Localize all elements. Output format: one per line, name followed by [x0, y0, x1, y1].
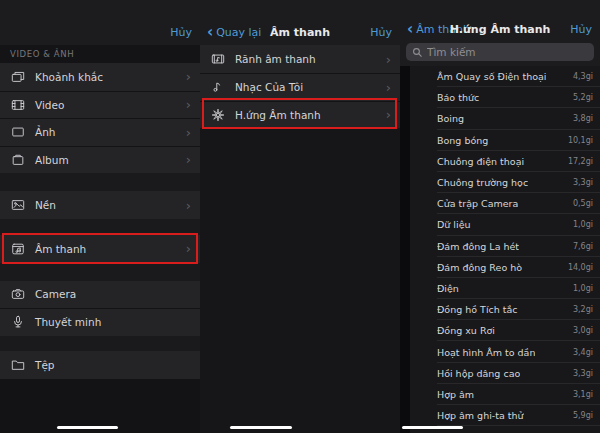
video-icon	[10, 97, 25, 112]
right-topbar: ‹ Âm thanh H.ứng Âm thanh Hủy	[400, 0, 600, 42]
sidebar-item-anh[interactable]: Ảnh ›	[0, 118, 200, 146]
chevron-right-icon: ›	[186, 126, 200, 139]
sound-row[interactable]: Báo thức5,2gi	[410, 87, 600, 108]
sound-duration: 5,9gi	[567, 411, 593, 420]
sound-row[interactable]: Dữ liệu1,0gi	[410, 214, 600, 235]
page-title: Âm thanh	[240, 26, 360, 39]
sound-name: Hợp âm ghi-ta thử	[437, 410, 524, 421]
panel-filler	[0, 379, 200, 433]
sound-row[interactable]: Đám đông Reo hò14,0gi	[410, 257, 600, 278]
sound-duration: 10,1gi	[562, 136, 593, 145]
menu-item-nhac-cua-toi[interactable]: Nhạc Của Tôi ›	[200, 73, 400, 101]
sound-row[interactable]: Đồng xu Rơi3,0gi	[410, 320, 600, 341]
sound-name: Âm Quay số Điện thoại	[437, 71, 546, 82]
search-area	[400, 42, 600, 66]
back-chevron-icon: ‹	[407, 24, 413, 35]
sound-name: Boing	[437, 113, 464, 124]
sound-duration: 7,6gi	[567, 242, 593, 251]
sidebar-item-nen[interactable]: Nền ›	[0, 191, 200, 219]
sidebar-item-tep[interactable]: Tệp	[0, 351, 200, 379]
item-label: Rãnh âm thanh	[235, 53, 316, 65]
sound-name: Đồng hồ Tích tắc	[437, 304, 518, 315]
sound-row[interactable]: Chuông trường học3,3gi	[410, 172, 600, 193]
chevron-right-icon: ›	[186, 98, 200, 111]
item-label: Tệp	[35, 359, 55, 371]
background-icon	[10, 198, 25, 213]
chevron-right-icon: ›	[186, 242, 200, 255]
sound-name: Dữ liệu	[437, 219, 471, 230]
chevron-right-icon: ›	[186, 70, 200, 83]
sound-duration: 3,1gi	[567, 390, 593, 399]
panel-filler	[200, 128, 400, 433]
sound-row[interactable]: Chuông điện thoại17,2gi	[410, 151, 600, 172]
album-icon	[10, 152, 25, 167]
sound-duration: 1,0gi	[567, 284, 593, 293]
chevron-right-icon: ›	[186, 199, 200, 212]
sound-name: Cửa trập Camera	[437, 198, 518, 209]
sidebar-item-thuyet-minh[interactable]: Thuyết minh	[0, 308, 200, 336]
sidebar-item-khoanh-khac[interactable]: Khoảnh khắc ›	[0, 63, 200, 91]
sound-name: Điện	[437, 283, 459, 294]
item-label: H.ứng Âm thanh	[235, 109, 321, 121]
sound-duration: 3,4gi	[567, 348, 593, 357]
sidebar-item-album[interactable]: Album ›	[0, 146, 200, 174]
cancel-button[interactable]: Hủy	[370, 26, 392, 39]
home-indicator[interactable]	[402, 426, 463, 429]
sound-row[interactable]: Boing3,8gi	[410, 108, 600, 129]
sound-row[interactable]: Hợp âm3,1gi	[410, 384, 600, 405]
sound-duration: 1,0gi	[567, 220, 593, 229]
audio-icon	[10, 241, 25, 256]
item-label: Khoảnh khắc	[35, 71, 103, 83]
middle-topbar: ‹ Quay lại Âm thanh Hủy	[200, 0, 400, 45]
sound-row[interactable]: Âm Quay số Điện thoại4,3gi	[410, 66, 600, 87]
home-indicator[interactable]	[57, 426, 118, 429]
sound-duration: 14,0gi	[562, 263, 593, 272]
cancel-button[interactable]: Hủy	[570, 23, 592, 36]
group-gap	[0, 173, 200, 191]
sound-row[interactable]: Đồng hồ Tích tắc3,2gi	[410, 299, 600, 320]
left-topbar: Hủy	[0, 0, 200, 45]
sidebar-item-video[interactable]: Video ›	[0, 91, 200, 119]
section-header: VIDEO & ẢNH	[0, 45, 200, 63]
menu-item-ranh-am-thanh[interactable]: Rãnh âm thanh ›	[200, 45, 400, 73]
home-indicator[interactable]	[230, 426, 292, 429]
sound-row[interactable]: Hoạt hình Âm to dần3,4gi	[410, 341, 600, 362]
sound-duration: 5,2gi	[567, 93, 593, 102]
sound-duration: 3,0gi	[567, 326, 593, 335]
item-label: Ảnh	[35, 126, 56, 138]
sound-duration: 3,3gi	[567, 369, 593, 378]
group-gap	[0, 263, 200, 281]
item-label: Camera	[35, 288, 76, 300]
sound-duration: 3,8gi	[567, 114, 593, 123]
page-title: H.ứng Âm thanh	[440, 23, 560, 36]
sound-effects-list: Âm Quay số Điện thoại4,3gi Báo thức5,2gi…	[400, 66, 600, 433]
menu-item-hung-am-thanh[interactable]: H.ứng Âm thanh ›	[200, 101, 400, 129]
item-label: Nền	[35, 199, 56, 211]
sound-row[interactable]: Hồi hộp dâng cao3,3gi	[410, 363, 600, 384]
audio-menu-panel: ‹ Quay lại Âm thanh Hủy Rãnh âm thanh › …	[200, 0, 400, 433]
sound-duration: 3,3gi	[567, 178, 593, 187]
search-icon	[412, 47, 423, 58]
cancel-button[interactable]: Hủy	[170, 26, 192, 39]
sound-row[interactable]: Bong bóng10,1gi	[410, 130, 600, 151]
search-bar[interactable]	[406, 43, 594, 61]
sound-row[interactable]: Điện1,0gi	[410, 278, 600, 299]
sound-duration: 4,3gi	[567, 72, 593, 81]
item-label: Âm thanh	[35, 243, 86, 255]
sidebar-item-am-thanh[interactable]: Âm thanh ›	[0, 235, 200, 263]
sidebar-item-camera[interactable]: Camera	[0, 281, 200, 309]
audio-group: Âm thanh ›	[0, 235, 200, 263]
camera-icon	[10, 287, 25, 302]
search-input[interactable]	[427, 46, 588, 58]
sound-name: Hồi hộp dâng cao	[437, 368, 520, 379]
sound-row[interactable]: Cửa trập Camera0,5gi	[410, 193, 600, 214]
sound-row[interactable]: Đám đông La hét7,6gi	[410, 236, 600, 257]
sound-name: Đồng xu Rơi	[437, 325, 495, 336]
sound-row[interactable]: Hợp âm ghi-ta thử5,9gi	[410, 405, 600, 426]
item-label: Thuyết minh	[35, 316, 101, 328]
chevron-right-icon: ›	[386, 53, 400, 66]
chevron-right-icon: ›	[186, 153, 200, 166]
back-chevron-icon: ‹	[207, 27, 213, 38]
sound-name: Chuông trường học	[437, 177, 528, 188]
screen: Hủy VIDEO & ẢNH Khoảnh khắc › Video ›	[0, 0, 600, 433]
